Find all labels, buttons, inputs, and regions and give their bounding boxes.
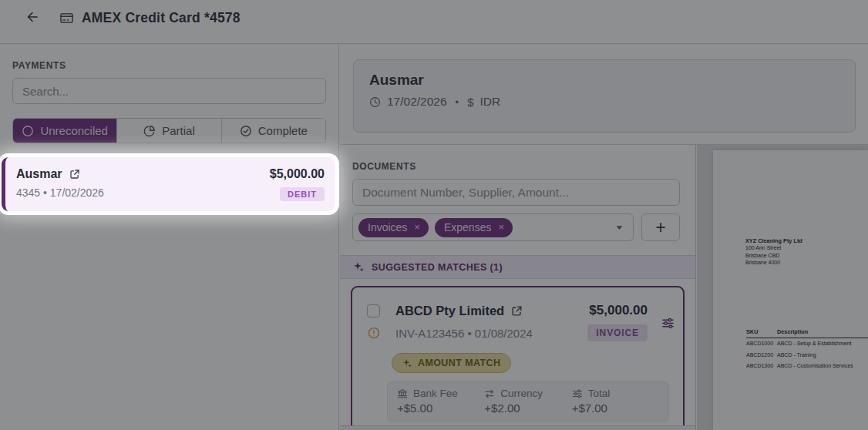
status-filter-group: Unreconciled Partial Complete (12, 118, 326, 143)
filter-label: Partial (162, 124, 195, 137)
table-row: ABCD1200 ABCD - Training (746, 350, 868, 361)
check-circle-icon (240, 125, 252, 137)
chip-remove-icon[interactable]: × (498, 222, 504, 232)
filter-chip-expenses[interactable]: Expenses × (435, 218, 513, 237)
next-section-edge (340, 425, 695, 430)
fee-breakdown: Bank Fee +$5.00 Currency +$2.00 (387, 381, 669, 422)
document-page: XYZ Cleaning Pty Ltd 100 Ann Street Bris… (713, 150, 868, 430)
column-header: Description (777, 328, 808, 335)
filter-chip-invoices[interactable]: Invoices × (358, 218, 429, 237)
supplier-address-line: 100 Ann Street (745, 244, 802, 251)
table-row: ABCD1300 ABCD - Customisation Services (746, 361, 868, 372)
back-button[interactable] (25, 9, 40, 27)
invoice-badge: INVOICE (587, 324, 648, 341)
sku-cell: ABCD1300 (746, 361, 777, 372)
payment-detail-card: Ausmar 17/02/2026 • $ IDR (353, 59, 856, 133)
suggested-matches-label: SUGGESTED MATCHES (1) (372, 262, 503, 273)
payment-meta: 4345 • 17/02/2026 (16, 186, 270, 201)
supplier-address-block: XYZ Cleaning Pty Ltd 100 Ann Street Bris… (745, 237, 802, 267)
amount-match-badge: AMOUNT MATCH (392, 353, 511, 373)
chip-label: Expenses (444, 221, 491, 233)
document-preview-panel: XYZ Cleaning Pty Ltd 100 Ann Street Bris… (697, 145, 868, 430)
documents-search-input[interactable] (352, 179, 680, 206)
column-header: SKU (746, 328, 777, 335)
chevron-down-icon[interactable] (615, 223, 624, 232)
supplier-address-line: Brisbane 4000 (745, 259, 802, 266)
clock-icon (369, 96, 381, 108)
description-cell: ABCD - Training (777, 350, 816, 361)
payment-list-item[interactable]: Ausmar $5,000.00 4345 • 17/02/2026 DEBIT (2, 157, 335, 211)
sku-cell: ABCD1200 (746, 350, 777, 361)
sku-cell: ABCD1000 (746, 338, 777, 350)
supplier-name: XYZ Cleaning Pty Ltd (745, 237, 802, 244)
circle-icon (22, 125, 34, 137)
breakdown-bank-fee: Bank Fee +$5.00 (397, 388, 484, 415)
document-type-multiselect[interactable]: Invoices × Expenses × (352, 213, 634, 241)
amount-match-label: AMOUNT MATCH (418, 358, 500, 368)
breakdown-currency: Currency +$2.00 (484, 388, 571, 415)
payments-panel: PAYMENTS Unreconciled Partial Complete (0, 44, 339, 430)
payments-section-label: PAYMENTS (12, 60, 326, 71)
topbar: AMEX Credit Card *4578 (0, 0, 868, 44)
credit-card-icon (59, 11, 74, 25)
match-amount: $5,000.00 (587, 303, 648, 318)
dollar-icon: $ (467, 96, 473, 109)
filter-unreconciled[interactable]: Unreconciled (13, 119, 116, 143)
table-header-row: SKU Description (746, 328, 868, 338)
sparkle-icon (353, 261, 365, 273)
debit-badge: DEBIT (280, 187, 325, 201)
add-document-button[interactable]: + (641, 213, 680, 241)
filter-label: Complete (258, 124, 308, 137)
breakdown-value: +$5.00 (397, 401, 484, 415)
breakdown-value: +$7.00 (572, 401, 659, 415)
document-filter-row: Invoices × Expenses × + (352, 213, 680, 241)
table-row: ABCD1000 ABCD - Setup & Establishment (746, 338, 868, 350)
sparkle-icon (402, 358, 412, 368)
filter-partial[interactable]: Partial (116, 119, 220, 143)
payments-search-input[interactable] (12, 78, 326, 104)
description-cell: ABCD - Setup & Establishment (777, 338, 852, 350)
invoice-line-items-table: SKU Description ABCD1000 ABCD - Setup & … (746, 328, 868, 372)
breakdown-label: Total (588, 388, 611, 399)
external-link-icon[interactable] (511, 305, 523, 317)
match-checkbox[interactable] (367, 304, 380, 317)
filter-label: Unreconciled (40, 124, 108, 137)
match-supplier: ABCD Pty Limited (395, 304, 504, 318)
arrow-left-icon (25, 9, 40, 27)
detail-date: 17/02/2026 (387, 95, 447, 109)
description-cell: ABCD - Customisation Services (777, 361, 853, 372)
suggested-matches-header: SUGGESTED MATCHES (1) (340, 255, 695, 279)
chip-label: Invoices (368, 221, 407, 233)
supplier-address-line: Brisbane CBD (745, 252, 802, 259)
breakdown-value: +$2.00 (484, 401, 571, 415)
match-meta: INV-A123456 • 01/08/2024 (395, 327, 572, 340)
bullet-separator: • (456, 96, 459, 108)
breakdown-label: Bank Fee (413, 388, 458, 399)
sliders-icon (572, 388, 583, 399)
detail-currency: IDR (479, 95, 500, 109)
breakdown-total: Total +$7.00 (572, 388, 659, 415)
match-settings-button[interactable] (661, 317, 675, 332)
external-link-icon[interactable] (69, 169, 80, 180)
payment-name: Ausmar (16, 167, 62, 181)
pie-chart-icon (143, 125, 156, 137)
sliders-icon (661, 317, 675, 332)
documents-section-label: DOCUMENTS (352, 161, 680, 172)
breakdown-label: Currency (500, 388, 543, 399)
app-window: AMEX Credit Card *4578 PAYMENTS Unreconc… (0, 0, 868, 430)
detail-title: Ausmar (369, 72, 839, 89)
bank-icon (397, 388, 408, 399)
suggested-match-card[interactable]: ABCD Pty Limited $5,000.00 INV-A123456 •… (351, 286, 685, 430)
chip-remove-icon[interactable]: × (414, 222, 420, 232)
warning-icon (368, 327, 380, 339)
documents-panel: DOCUMENTS Invoices × Expenses × + (340, 145, 696, 430)
filter-complete[interactable]: Complete (221, 119, 325, 143)
payment-amount: $5,000.00 (270, 167, 325, 181)
currency-exchange-icon (484, 388, 495, 399)
page-title: AMEX Credit Card *4578 (82, 10, 241, 26)
